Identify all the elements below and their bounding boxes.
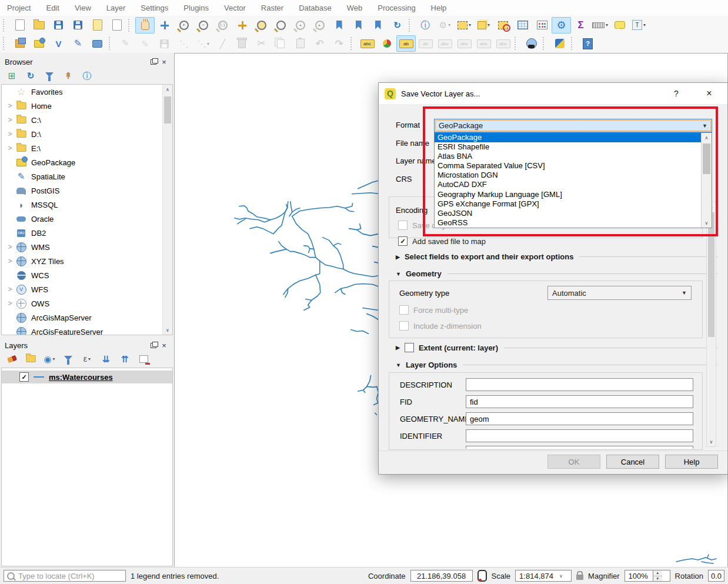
- zoom-last-button[interactable]: ◂: [290, 17, 310, 34]
- menu-plugins[interactable]: Plugins: [183, 4, 209, 12]
- menu-layer[interactable]: Layer: [106, 4, 126, 12]
- extents-tracking-icon[interactable]: [477, 570, 487, 582]
- format-option-georss[interactable]: GeoRSS: [435, 218, 703, 228]
- format-option-autocad-dxf[interactable]: AutoCAD DXF: [435, 180, 703, 189]
- zoom-to-selection-button[interactable]: [252, 17, 271, 34]
- expand-chevron-icon[interactable]: >: [5, 116, 15, 124]
- expand-chevron-icon[interactable]: >: [5, 144, 15, 152]
- zoom-to-native-resolution-button[interactable]: 1:1: [213, 17, 232, 34]
- remove-layer-button[interactable]: [135, 352, 152, 366]
- layer-visibility-checkbox[interactable]: [19, 372, 29, 382]
- map-tips-button[interactable]: [610, 17, 629, 34]
- dialog-help-icon[interactable]: ?: [669, 88, 684, 99]
- scroll-down-icon[interactable]: ∨: [702, 218, 712, 228]
- statistical-summary-button[interactable]: [532, 17, 552, 34]
- show-hide-labels-button[interactable]: abc: [435, 35, 455, 52]
- add-selected-layers-button[interactable]: ⊞: [4, 68, 20, 82]
- layer-diagram-options-button[interactable]: [377, 35, 396, 52]
- zoom-in-button[interactable]: +: [174, 17, 193, 34]
- change-label-properties-button[interactable]: abc: [493, 35, 513, 52]
- menu-raster[interactable]: Raster: [261, 4, 283, 12]
- menu-settings[interactable]: Settings: [141, 4, 168, 12]
- expand-chevron-icon[interactable]: >: [5, 299, 15, 308]
- manage-map-themes-button[interactable]: ◉▾: [41, 352, 58, 366]
- refresh-browser-button[interactable]: ↻: [22, 68, 39, 82]
- add-saved-file-checkbox[interactable]: [398, 236, 408, 246]
- description-input[interactable]: [466, 378, 693, 391]
- save-project-button[interactable]: [49, 17, 68, 34]
- format-option-atlas-bna[interactable]: Atlas BNA: [435, 152, 703, 161]
- scroll-up-icon[interactable]: ∧: [702, 133, 712, 142]
- scroll-up-icon[interactable]: ∧: [163, 85, 172, 94]
- refresh-map-button[interactable]: ↻: [388, 17, 407, 34]
- new-spatialite-layer-button[interactable]: ✎: [68, 35, 88, 52]
- save-project-as-button[interactable]: [68, 17, 88, 34]
- measure-line-button[interactable]: ▾: [590, 17, 610, 34]
- collapse-all-layers-button[interactable]: ⇈: [116, 352, 133, 366]
- zoom-next-button[interactable]: ▸: [310, 17, 329, 34]
- extent-checkbox[interactable]: [405, 343, 414, 352]
- zoom-out-button[interactable]: −: [193, 17, 213, 34]
- magnifier-spinbox[interactable]: 100% ▲▼: [625, 570, 670, 582]
- menu-view[interactable]: View: [75, 4, 91, 12]
- browser-item-arcgismapserver[interactable]: ArcGisMapServer: [2, 311, 172, 325]
- toggle-editing-button[interactable]: ✎: [135, 35, 155, 52]
- add-group-button[interactable]: [22, 352, 39, 366]
- move-label-button[interactable]: abc: [455, 35, 474, 52]
- scroll-thumb[interactable]: [703, 144, 710, 174]
- data-source-manager-button[interactable]: [10, 35, 29, 52]
- scroll-down-icon[interactable]: ∨: [163, 325, 172, 335]
- add-feature-button[interactable]: ⋱: [174, 35, 193, 52]
- open-project-button[interactable]: [29, 17, 49, 34]
- zoom-full-button[interactable]: [232, 17, 252, 34]
- expand-all-button[interactable]: ⇊: [98, 352, 114, 366]
- menu-database[interactable]: Database: [299, 4, 332, 12]
- menu-edit[interactable]: Edit: [46, 4, 59, 12]
- deselect-features-button[interactable]: [493, 17, 513, 34]
- menu-processing[interactable]: Processing: [378, 4, 415, 12]
- collapse-all-button[interactable]: ↟: [60, 68, 76, 82]
- processing-toolbox-button[interactable]: ⚙: [552, 17, 571, 34]
- text-annotation-button[interactable]: T▾: [629, 17, 649, 34]
- browser-item-wms[interactable]: >WMS: [2, 240, 172, 254]
- format-option-microstation-dgn[interactable]: Microstation DGN: [435, 171, 703, 180]
- new-print-layout-button[interactable]: [88, 17, 107, 34]
- scroll-thumb[interactable]: [164, 96, 171, 124]
- expanded-arrow-icon[interactable]: [396, 362, 401, 368]
- browser-item-mssql[interactable]: ◗MSSQL: [2, 198, 172, 212]
- browser-item-wfs[interactable]: >VWFS: [2, 282, 172, 296]
- scale-combobox[interactable]: 1:814,874 ∨: [515, 570, 572, 582]
- rotation-input[interactable]: 0.0: [708, 570, 724, 582]
- pin-unpin-labels-button[interactable]: ab: [396, 35, 416, 52]
- show-spatial-bookmarks-button[interactable]: [349, 17, 368, 34]
- select-features-button[interactable]: ▾: [455, 17, 474, 34]
- format-option-geopackage[interactable]: GeoPackage: [435, 133, 703, 142]
- float-panel-icon[interactable]: [148, 341, 159, 350]
- help-contents-button[interactable]: ?: [578, 35, 597, 52]
- show-layout-manager-button[interactable]: [107, 17, 126, 34]
- expand-chevron-icon[interactable]: >: [5, 243, 15, 251]
- expand-chevron-icon[interactable]: >: [5, 285, 15, 293]
- cut-features-button[interactable]: ✂: [252, 35, 271, 52]
- collapsed-arrow-icon[interactable]: [396, 345, 400, 351]
- browser-item-home[interactable]: >Home: [2, 99, 172, 113]
- open-layer-styling-button[interactable]: [4, 352, 20, 366]
- close-panel-icon[interactable]: ×: [159, 57, 169, 66]
- new-geopackage-layer-button[interactable]: [29, 35, 49, 52]
- python-console-button[interactable]: [550, 35, 569, 52]
- expand-chevron-icon[interactable]: >: [5, 130, 15, 138]
- menu-project[interactable]: Project: [7, 4, 31, 12]
- expanded-arrow-icon[interactable]: [396, 271, 401, 277]
- extent-section[interactable]: Extent (current: layer): [396, 343, 717, 352]
- new-spatial-bookmark-button[interactable]: [329, 17, 349, 34]
- rotate-label-button[interactable]: abc: [474, 35, 493, 52]
- spinner-arrows[interactable]: ▲▼: [653, 570, 662, 581]
- locator-input[interactable]: [4, 570, 126, 582]
- format-option-geography-markup-language-gml[interactable]: Geography Markup Language [GML]: [435, 190, 703, 199]
- show-bookmark-manager-button[interactable]: [368, 17, 388, 34]
- browser-item-db2[interactable]: DB2DB2: [2, 226, 172, 240]
- dropdown-scrollbar[interactable]: ∧ ∨: [701, 133, 712, 228]
- filter-by-expression-button[interactable]: ε▾: [79, 352, 95, 366]
- new-project-button[interactable]: [10, 17, 29, 34]
- new-virtual-layer-button[interactable]: [88, 35, 107, 52]
